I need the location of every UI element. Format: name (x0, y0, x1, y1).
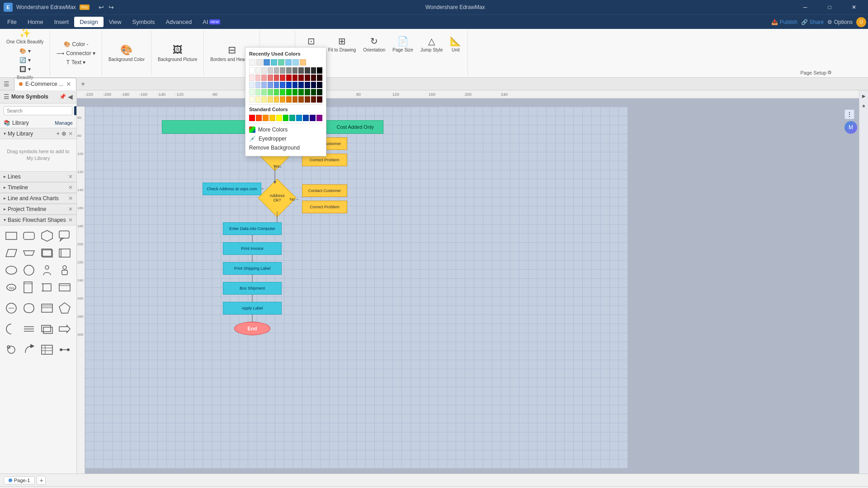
swatch[interactable] (286, 82, 292, 88)
swatch[interactable] (280, 67, 285, 74)
swatch[interactable] (268, 82, 273, 88)
publish-btn[interactable]: 📤 Publish (771, 19, 797, 25)
tab-add-btn[interactable]: + (77, 78, 89, 90)
swatch[interactable] (255, 82, 261, 88)
background-color-btn[interactable]: 🎨 Background Color (106, 43, 147, 64)
jump-style-btn[interactable]: △ Jump Style (418, 34, 445, 54)
swatch[interactable] (317, 75, 322, 81)
swatch[interactable] (255, 67, 261, 74)
page-add-btn[interactable]: + (37, 476, 46, 485)
swatch[interactable] (311, 89, 316, 95)
shape-rect[interactable] (4, 228, 19, 244)
swatch[interactable] (298, 67, 304, 74)
sidebar-collapse-icon[interactable]: ◀ (68, 93, 73, 100)
shape-circle[interactable] (21, 263, 37, 278)
basic-flowchart-close-icon[interactable]: ✕ (68, 217, 73, 223)
swatch[interactable] (298, 96, 304, 103)
sidebar-toggle-icon[interactable]: ☰ (4, 80, 9, 88)
swatch[interactable] (311, 75, 316, 81)
swatch[interactable] (305, 82, 310, 88)
fc-print-shipping[interactable]: Print Shipping Label (223, 262, 282, 275)
shape-page[interactable] (21, 280, 37, 295)
shape-speech-bubble[interactable] (57, 228, 72, 244)
swatch[interactable] (268, 67, 273, 74)
tab-close-icon[interactable]: ✕ (66, 80, 71, 88)
swatch[interactable] (255, 89, 261, 95)
fc-end[interactable]: End (234, 322, 270, 335)
swatch[interactable] (292, 67, 298, 74)
right-panel-btn2[interactable]: ★ (860, 102, 868, 109)
shape-multi-rect[interactable] (39, 321, 55, 337)
shape-person2[interactable] (57, 263, 72, 278)
swatch[interactable] (298, 75, 304, 81)
swatch[interactable] (292, 82, 298, 88)
timeline-section[interactable]: ▸ Timeline ✕ (0, 182, 76, 193)
shape-hexagon[interactable] (39, 228, 55, 244)
std-dark-blue[interactable] (303, 115, 309, 121)
right-panel-icon1[interactable]: ⋮ (844, 109, 854, 119)
shape-alt-rect[interactable] (57, 280, 72, 295)
swatch[interactable] (274, 82, 279, 88)
swatch[interactable] (280, 82, 285, 88)
shape-horiz-lines[interactable] (21, 321, 37, 337)
shape-trapezoid[interactable] (21, 245, 37, 261)
menu-home[interactable]: Home (22, 17, 49, 27)
swatch[interactable] (286, 96, 292, 103)
swatch[interactable] (292, 75, 298, 81)
unit-btn[interactable]: 📐 Unit (447, 34, 464, 54)
fc-address-ok-wrap[interactable]: AddressOk? (264, 184, 291, 211)
std-yellow[interactable] (269, 115, 275, 121)
search-input[interactable] (4, 106, 72, 115)
manage-btn[interactable]: Manage (55, 120, 73, 126)
shape-circle2[interactable] (4, 300, 19, 316)
redo-btn[interactable]: ↪ (107, 3, 116, 12)
swatch[interactable] (292, 96, 298, 103)
swatch[interactable] (261, 82, 267, 88)
swatch[interactable] (305, 67, 310, 74)
std-orange[interactable] (263, 115, 269, 121)
more-colors-btn[interactable]: More Colors (249, 125, 322, 134)
menu-design[interactable]: Design (74, 17, 103, 27)
swatch[interactable] (268, 89, 273, 95)
swatch[interactable] (286, 75, 292, 81)
std-teal[interactable] (289, 115, 295, 121)
shape-connector[interactable] (57, 342, 72, 357)
std-orange-red[interactable] (256, 115, 262, 121)
fc-enter-data[interactable]: Enter Data into Computer (223, 222, 282, 235)
swatch[interactable] (261, 89, 267, 95)
swatch[interactable] (274, 89, 279, 95)
swatch[interactable] (311, 67, 316, 74)
recent-color-1[interactable] (249, 59, 255, 66)
project-timeline-close-icon[interactable]: ✕ (68, 206, 73, 212)
color-btn[interactable]: 🎨 Color - (61, 40, 91, 48)
beautify-sub1[interactable]: 🎨▾ (17, 47, 33, 55)
fc-box-shipment[interactable]: Box Shipment (223, 282, 282, 295)
swatch[interactable] (317, 89, 322, 95)
shape-curved-rect[interactable] (21, 300, 37, 316)
line-area-section[interactable]: ▸ Line and Area Charts ✕ (0, 193, 76, 204)
swatch[interactable] (305, 89, 310, 95)
menu-ai[interactable]: AI NEW (197, 17, 226, 27)
menu-view[interactable]: View (104, 17, 127, 27)
swatch[interactable] (317, 82, 322, 88)
beautify-sub3[interactable]: 🔲▾ (17, 65, 33, 73)
menu-insert[interactable]: Insert (49, 17, 75, 27)
swatch[interactable] (274, 75, 279, 81)
recent-color-8[interactable] (300, 59, 306, 66)
shape-bracket-rect[interactable] (39, 280, 55, 295)
swatch[interactable] (317, 96, 322, 103)
recent-color-3[interactable] (264, 59, 270, 66)
shape-pentagon[interactable] (57, 300, 72, 316)
orientation-btn[interactable]: ↻ Orientation (360, 34, 388, 54)
lines-close-icon[interactable]: ✕ (68, 174, 73, 180)
timeline-close-icon[interactable]: ✕ (68, 184, 73, 191)
shape-crescent[interactable] (4, 321, 19, 337)
connector-btn[interactable]: ⟶ Connector ▾ (54, 49, 98, 57)
shape-double-rect[interactable] (39, 245, 55, 261)
my-library-add-icon[interactable]: + (56, 130, 60, 137)
shape-striped-rect[interactable] (57, 245, 72, 261)
swatch[interactable] (286, 67, 292, 74)
menu-symbols[interactable]: Symbols (127, 17, 160, 27)
shape-rounded-rect[interactable] (21, 228, 37, 244)
recent-color-5[interactable] (278, 59, 284, 66)
